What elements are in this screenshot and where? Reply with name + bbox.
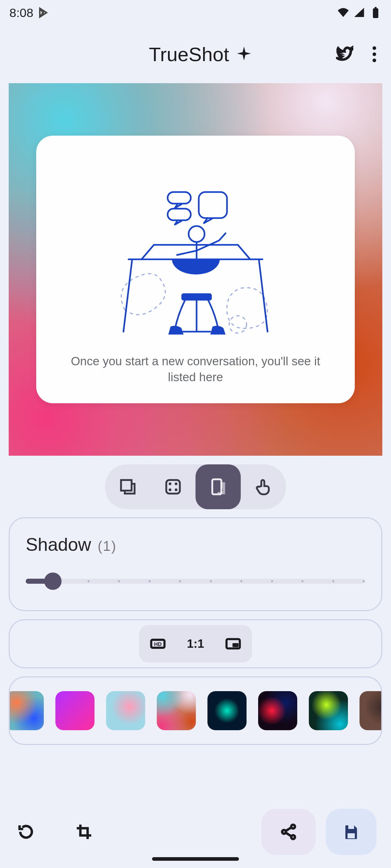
- background-strip[interactable]: [9, 691, 381, 730]
- tool-tab-padding[interactable]: [150, 464, 196, 509]
- illustration-person-at-desk: [110, 180, 281, 339]
- svg-point-10: [175, 482, 177, 485]
- tool-tab-shadow[interactable]: [196, 464, 241, 509]
- tool-tab-touch[interactable]: [241, 464, 286, 509]
- aspect-segmented: HD 1:1: [139, 625, 252, 663]
- play-store-icon: [37, 7, 49, 18]
- aspect-option-hd[interactable]: HD: [139, 625, 177, 663]
- shadow-panel-value: (1): [98, 539, 117, 554]
- tool-tabs: [105, 464, 286, 509]
- background-panel: [9, 676, 382, 745]
- save-button[interactable]: [326, 809, 377, 855]
- aspect-option-mini[interactable]: [214, 625, 252, 663]
- app-bar: TrueShot: [0, 25, 391, 83]
- svg-text:HD: HD: [154, 641, 161, 647]
- svg-point-21: [350, 834, 353, 837]
- crop-button[interactable]: [72, 820, 96, 843]
- svg-rect-17: [232, 643, 239, 647]
- background-swatch-2[interactable]: [106, 691, 145, 730]
- svg-point-4: [189, 226, 205, 242]
- svg-point-9: [168, 482, 171, 485]
- slider-track: [26, 579, 365, 584]
- android-status-bar: 8:08: [0, 0, 391, 25]
- app-title: TrueShot: [149, 43, 229, 65]
- cell-signal-icon: [353, 6, 366, 19]
- background-swatch-3[interactable]: [157, 691, 196, 730]
- shadow-panel-title: Shadow: [26, 534, 91, 555]
- svg-rect-0: [373, 8, 378, 18]
- background-swatch-0[interactable]: [9, 691, 44, 730]
- battery-icon: [369, 6, 382, 19]
- background-swatch-5[interactable]: [258, 691, 297, 730]
- shadow-panel: Shadow (1): [9, 517, 382, 611]
- svg-rect-6: [168, 209, 191, 220]
- status-time: 8:08: [9, 6, 33, 20]
- aspect-panel: HD 1:1: [9, 619, 382, 668]
- reset-button[interactable]: [14, 820, 38, 843]
- preview-caption: Once you start a new conversation, you'l…: [62, 353, 329, 385]
- tool-tab-frame[interactable]: [105, 464, 150, 509]
- background-swatch-4[interactable]: [207, 691, 247, 730]
- aspect-option-square[interactable]: 1:1: [177, 625, 214, 663]
- slider-thumb[interactable]: [44, 573, 62, 590]
- sparkle-icon: [236, 45, 252, 63]
- wifi-icon: [337, 6, 350, 19]
- svg-point-12: [175, 489, 177, 492]
- android-nav-pill[interactable]: [152, 857, 239, 861]
- share-button[interactable]: [261, 809, 316, 855]
- svg-point-11: [168, 489, 171, 492]
- svg-rect-5: [168, 192, 191, 204]
- svg-rect-8: [166, 480, 180, 494]
- background-swatch-1[interactable]: [55, 691, 94, 730]
- svg-rect-7: [199, 192, 227, 218]
- shadow-slider[interactable]: [26, 574, 365, 588]
- background-swatch-7[interactable]: [360, 691, 382, 730]
- aspect-square-label: 1:1: [187, 637, 204, 651]
- more-vert-icon[interactable]: [372, 46, 377, 62]
- background-swatch-6[interactable]: [309, 691, 348, 730]
- twitter-icon[interactable]: [336, 45, 353, 64]
- svg-rect-1: [375, 7, 377, 9]
- preview-card: Once you start a new conversation, you'l…: [36, 136, 355, 403]
- preview-canvas[interactable]: Once you start a new conversation, you'l…: [9, 83, 382, 456]
